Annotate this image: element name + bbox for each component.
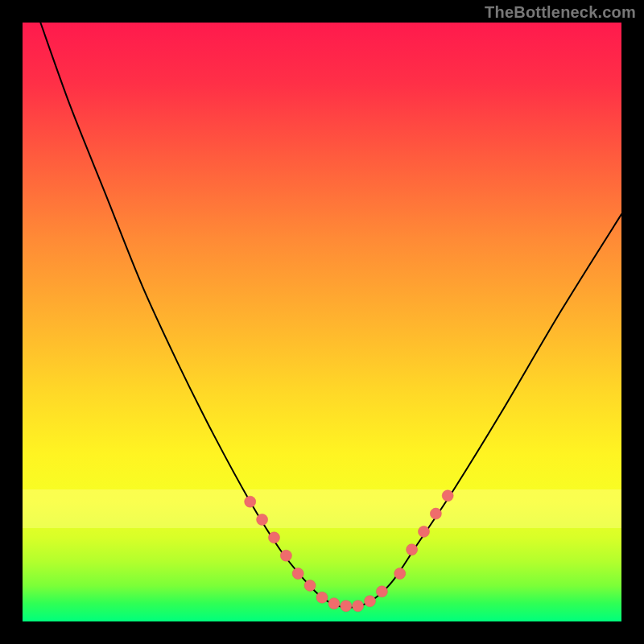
watermark-text: TheBottleneck.com	[485, 3, 636, 22]
chart-plot-area	[23, 23, 621, 621]
highlight-band	[23, 489, 621, 528]
